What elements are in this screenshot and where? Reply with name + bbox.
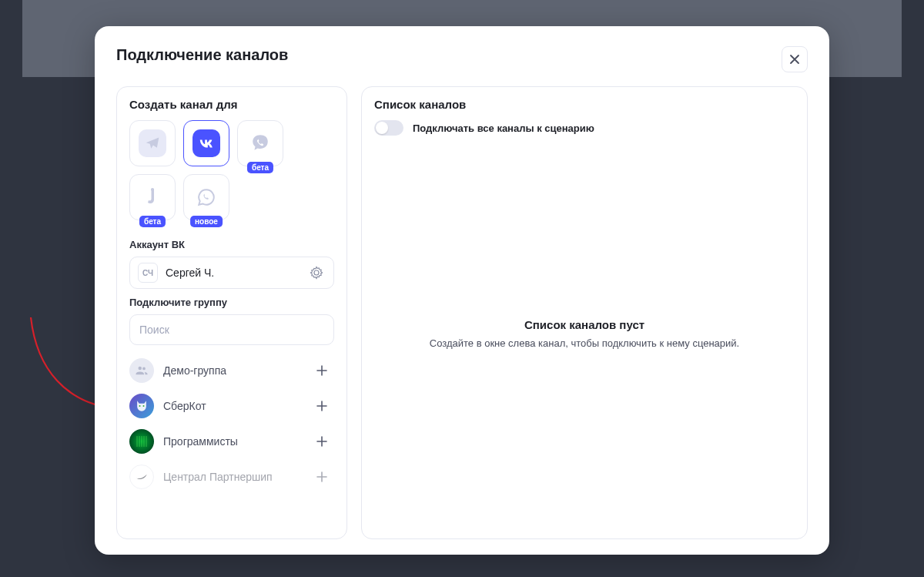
group-row: Программисты [129, 424, 331, 459]
group-avatar [129, 394, 154, 418]
group-name: Программисты [163, 435, 303, 448]
beta-badge: бета [247, 162, 273, 173]
add-group-button[interactable] [313, 361, 331, 380]
account-settings-button[interactable] [307, 263, 326, 282]
channel-tile-viber[interactable]: бета [237, 120, 283, 166]
matrix-avatar-icon [135, 434, 149, 448]
create-channel-label: Создать канал для [129, 98, 334, 111]
connect-all-toggle-row: Подключать все каналы к сценарию [374, 120, 795, 136]
group-row: Централ Партнершип [129, 459, 331, 495]
telegram-icon [145, 136, 160, 151]
close-icon [789, 54, 800, 65]
group-list[interactable]: Демо-группа СберКот [129, 353, 334, 528]
cat-avatar-icon [134, 398, 149, 414]
gear-icon [310, 266, 323, 280]
add-group-button[interactable] [313, 468, 331, 486]
channel-tile-jivo[interactable]: бета [129, 174, 176, 220]
account-selector[interactable]: СЧ Сергей Ч. [129, 257, 334, 289]
svg-point-0 [151, 188, 154, 191]
group-avatar [129, 465, 154, 489]
account-avatar: СЧ [138, 263, 158, 283]
svg-point-2 [143, 405, 145, 407]
group-name: Демо-группа [163, 364, 303, 377]
channel-tile-telegram[interactable] [129, 120, 176, 166]
modal-title: Подключение каналов [116, 46, 288, 64]
channel-tile-whatsapp[interactable]: новое [183, 174, 229, 220]
group-search-input[interactable] [129, 314, 334, 345]
channel-list-panel: Список каналов Подключать все каналы к с… [361, 86, 808, 539]
groups-label: Подключите группу [129, 297, 334, 308]
close-button[interactable] [782, 46, 808, 72]
group-placeholder-icon [135, 364, 149, 377]
empty-state: Список каналов пуст Создайте в окне слев… [374, 142, 795, 528]
jivo-icon [145, 187, 160, 207]
channel-tile-vk[interactable] [183, 120, 229, 166]
whatsapp-icon [196, 187, 216, 207]
add-group-button[interactable] [313, 432, 331, 451]
plus-icon [316, 435, 328, 448]
account-name: Сергей Ч. [166, 267, 300, 279]
channel-list-label: Список каналов [374, 98, 795, 111]
create-channel-panel: Создать канал для [116, 86, 347, 539]
beta-badge: бета [139, 216, 166, 227]
channel-tiles: бета бета новое [129, 120, 334, 220]
swoosh-avatar-icon [134, 469, 149, 485]
new-badge: новое [190, 216, 223, 227]
group-name: Централ Партнершип [163, 471, 303, 483]
empty-state-subtitle: Создайте в окне слева канал, чтобы подкл… [430, 336, 739, 351]
viber-icon [250, 133, 270, 153]
connect-all-toggle-label: Подключать все каналы к сценарию [413, 122, 594, 134]
empty-state-title: Список каналов пуст [524, 318, 644, 331]
account-label: Аккаунт ВК [129, 239, 334, 250]
group-row: Демо-группа [129, 353, 331, 388]
vk-icon [198, 135, 215, 152]
group-avatar [129, 358, 154, 383]
add-group-button[interactable] [313, 397, 331, 415]
group-row: СберКот [129, 388, 331, 424]
group-name: СберКот [163, 400, 303, 412]
connect-channels-modal: Подключение каналов Создать канал для [95, 26, 829, 555]
plus-icon [316, 400, 328, 412]
svg-point-1 [139, 405, 141, 407]
plus-icon [316, 471, 328, 483]
connect-all-toggle[interactable] [374, 120, 403, 136]
plus-icon [316, 364, 328, 377]
group-avatar [129, 429, 154, 454]
